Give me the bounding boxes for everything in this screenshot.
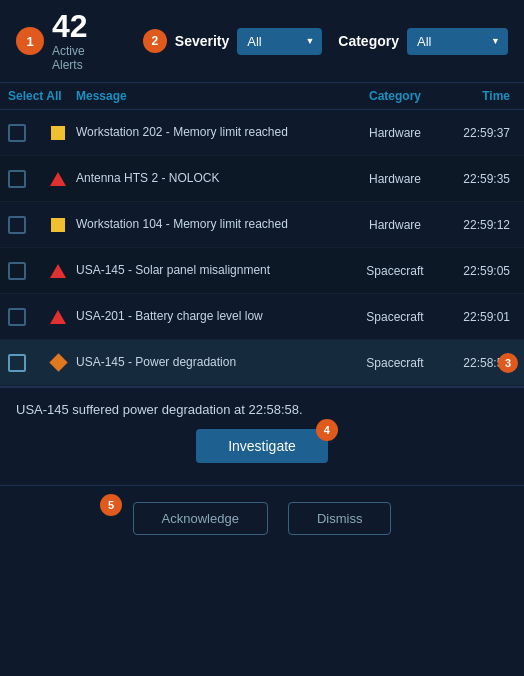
time-cell: 22:59:05 [440,264,510,278]
message-cell: USA-145 - Power degradation [76,355,350,371]
severity-icon-red-triangle [40,264,76,278]
severity-icon-red-triangle [40,172,76,186]
category-filter: Category All Hardware Spacecraft Network… [338,28,508,55]
table-row[interactable]: USA-145 - Power degradation Spacecraft 2… [0,340,524,386]
filter-group: 2 Severity All Critical High Medium Low … [143,28,508,55]
header: 1 42 Active Alerts 2 Severity All Critic… [0,0,524,83]
message-cell: Workstation 104 - Memory limit reached [76,217,350,233]
select-all-header[interactable]: Select All [8,89,76,103]
category-dropdown-wrapper[interactable]: All Hardware Spacecraft Network Software [407,28,508,55]
time-cell: 22:59:35 [440,172,510,186]
category-cell: Spacecraft [350,310,440,324]
detail-panel: USA-145 suffered power degradation at 22… [0,387,524,477]
severity-filter: 2 Severity All Critical High Medium Low [143,28,322,55]
step-badge-3: 3 [498,353,518,373]
detail-text: USA-145 suffered power degradation at 22… [16,402,508,417]
step-badge-1: 1 [16,27,44,55]
step-badge-2: 2 [143,29,167,53]
severity-dropdown-wrapper[interactable]: All Critical High Medium Low [237,28,322,55]
step-badge-4: 4 [316,419,338,441]
severity-label: Severity [175,33,229,49]
time-cell: 22:59:37 [440,126,510,140]
message-cell: Workstation 202 - Memory limit reached [76,125,350,141]
category-cell: Hardware [350,172,440,186]
row-checkbox-6[interactable] [8,354,26,372]
table-row[interactable]: USA-145 - Solar panel misalignment Space… [0,248,524,294]
category-header: Category [350,89,440,103]
severity-icon-yellow-square [40,126,76,140]
category-cell: Spacecraft [350,356,440,370]
severity-icon-yellow-square [40,218,76,232]
category-select[interactable]: All Hardware Spacecraft Network Software [407,28,508,55]
time-header: Time [440,89,510,103]
table-row[interactable]: Antenna HTS 2 - NOLOCK Hardware 22:59:35 [0,156,524,202]
footer: 5 Acknowledge Dismiss [0,485,524,551]
alerts-number: 42 [52,10,105,42]
severity-icon-orange-diamond [40,356,76,369]
severity-select[interactable]: All Critical High Medium Low [237,28,322,55]
acknowledge-button[interactable]: Acknowledge [133,502,268,535]
category-label: Category [338,33,399,49]
row-checkbox-3[interactable] [8,216,26,234]
row-checkbox-2[interactable] [8,170,26,188]
time-cell: 22:59:01 [440,310,510,324]
table-header-row: Select All Message Category Time [0,83,524,110]
message-cell: USA-201 - Battery charge level low [76,309,350,325]
row-checkbox-5[interactable] [8,308,26,326]
investigate-button[interactable]: Investigate 4 [196,429,328,463]
time-cell: 22:59:12 [440,218,510,232]
step-badge-5: 5 [100,494,122,516]
table-row[interactable]: Workstation 202 - Memory limit reached H… [0,110,524,156]
severity-icon-red-triangle [40,310,76,324]
row-checkbox-4[interactable] [8,262,26,280]
category-cell: Spacecraft [350,264,440,278]
dismiss-button[interactable]: Dismiss [288,502,392,535]
alerts-table: Select All Message Category Time Worksta… [0,83,524,387]
alerts-label: Active Alerts [52,44,105,72]
table-row[interactable]: USA-201 - Battery charge level low Space… [0,294,524,340]
active-alerts-text: 42 Active Alerts [52,10,105,72]
message-cell: USA-145 - Solar panel misalignment [76,263,350,279]
table-row[interactable]: Workstation 104 - Memory limit reached H… [0,202,524,248]
message-header: Message [76,89,350,103]
message-cell: Antenna HTS 2 - NOLOCK [76,171,350,187]
category-cell: Hardware [350,126,440,140]
category-cell: Hardware [350,218,440,232]
active-alerts-block: 1 42 Active Alerts [16,10,105,72]
row-checkbox-1[interactable] [8,124,26,142]
